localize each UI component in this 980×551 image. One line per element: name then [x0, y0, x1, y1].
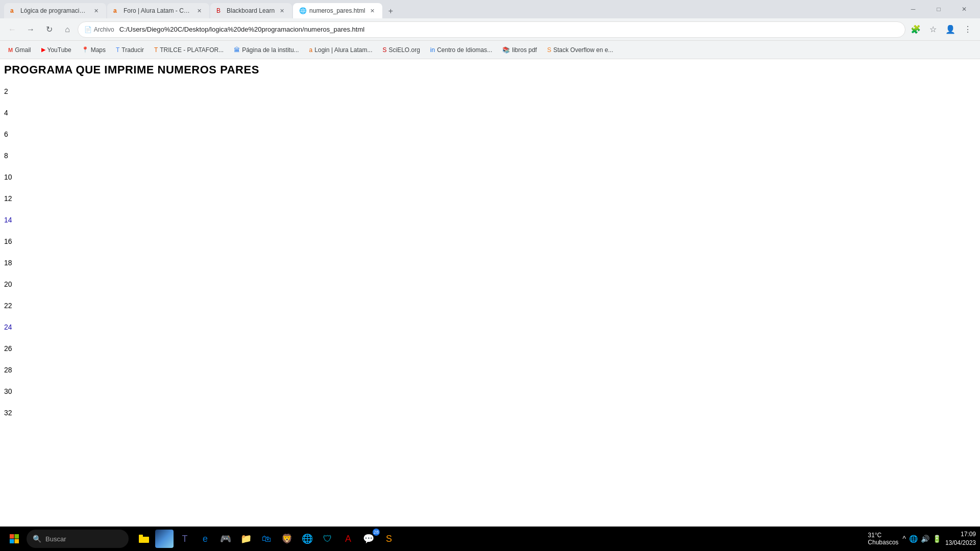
browser-window: a Lógica de programación: Conce... ✕ a F… — [0, 0, 980, 551]
home-button[interactable]: ⌂ — [59, 21, 76, 38]
taskbar-app-explorer[interactable] — [135, 530, 153, 548]
menu-button[interactable]: ⋮ — [960, 21, 976, 38]
back-button[interactable]: ← — [4, 21, 20, 38]
maximize-button[interactable]: □ — [927, 1, 950, 17]
taskbar-app-store[interactable]: 🛍 — [257, 530, 276, 548]
taskbar-app-filemanager[interactable]: 📁 — [237, 530, 255, 548]
bookmark-traducir[interactable]: T Traducir — [112, 44, 148, 56]
url-text: C:/Users/Diego%20C/Desktop/logica%20de%2… — [119, 26, 899, 33]
bookmark-gmail[interactable]: M Gmail — [4, 44, 35, 56]
even-number-8: 8 — [4, 145, 976, 166]
bookmark-centro[interactable]: in Centro de Idiomas... — [426, 44, 496, 56]
network-icon[interactable]: 🌐 — [909, 535, 918, 543]
even-number-26: 26 — [4, 338, 976, 359]
taskbar-app-teams[interactable]: T — [176, 530, 194, 548]
chrome-icon: 🌐 — [302, 533, 313, 544]
extensions-button[interactable]: 🧩 — [908, 21, 924, 38]
even-number-2: 2 — [4, 81, 976, 102]
bookmark-button[interactable]: ☆ — [925, 21, 941, 38]
taskbar-time: 17:09 — [945, 530, 976, 539]
reload-button[interactable]: ↻ — [41, 21, 57, 38]
bookmarks-bar: M Gmail ▶ YouTube 📍 Maps T Traducir T TR… — [0, 41, 980, 59]
even-number-22: 22 — [4, 295, 976, 316]
taskbar-datetime[interactable]: 17:09 13/04/2023 — [945, 530, 976, 547]
tab-close-blackboard[interactable]: ✕ — [278, 7, 286, 15]
svg-rect-1 — [15, 534, 19, 539]
taskbar-app-chrome[interactable]: 🌐 — [298, 530, 316, 548]
even-number-20: 20 — [4, 273, 976, 295]
even-number-28: 28 — [4, 359, 976, 381]
bookmark-maps[interactable]: 📍 Maps — [78, 44, 110, 56]
scielo-favicon: S — [382, 46, 386, 54]
tab-close-alura1[interactable]: ✕ — [92, 7, 100, 15]
title-bar: a Lógica de programación: Conce... ✕ a F… — [0, 0, 980, 18]
bookmark-login[interactable]: a Login | Alura Latam... — [305, 44, 377, 56]
login-favicon: a — [309, 46, 313, 54]
centro-favicon: in — [430, 46, 435, 54]
start-button[interactable] — [4, 529, 24, 549]
bookmark-centro-label: Centro de Idiomas... — [437, 46, 492, 54]
search-icon: 🔍 — [33, 535, 41, 543]
even-number-16: 16 — [4, 231, 976, 252]
tab-favicon-alura1: a — [10, 7, 17, 14]
trilce-favicon: T — [154, 46, 158, 54]
windows-logo-icon — [9, 534, 19, 544]
bookmark-youtube-label: YouTube — [47, 46, 71, 54]
taskbar-system-tray: 31°C Chubascos ^ 🌐 🔊 🔋 17:09 13/04/2023 — [868, 530, 976, 547]
weather-widget[interactable]: 31°C Chubascos — [868, 532, 898, 546]
taskbar-app-gamepass[interactable]: 🎮 — [216, 530, 235, 548]
new-tab-button[interactable]: + — [383, 4, 398, 18]
sublime-icon: S — [386, 534, 392, 544]
tab-numeros[interactable]: 🌐 numeros_pares.html ✕ — [293, 3, 382, 18]
even-number-4: 4 — [4, 102, 976, 123]
bookmark-libros[interactable]: 📚 libros pdf — [498, 44, 541, 56]
pagina-favicon: 🏛 — [234, 46, 240, 54]
address-bar[interactable]: 📄 Archivo C:/Users/Diego%20C/Desktop/log… — [78, 21, 905, 38]
even-number-6: 6 — [4, 123, 976, 145]
toolbar-actions: 🧩 ☆ 👤 ⋮ — [908, 21, 976, 38]
tab-close-numeros[interactable]: ✕ — [368, 7, 376, 15]
bookmark-trilce[interactable]: T TRILCE - PLATAFOR... — [150, 44, 228, 56]
battery-icon[interactable]: 🔋 — [933, 535, 941, 543]
navigation-toolbar: ← → ↻ ⌂ 📄 Archivo C:/Users/Diego%20C/Des… — [0, 18, 980, 41]
bookmark-trilce-label: TRILCE - PLATAFOR... — [160, 46, 224, 54]
close-button[interactable]: ✕ — [952, 1, 976, 17]
filemanager-icon: 📁 — [240, 533, 252, 544]
edge-icon: e — [203, 534, 208, 544]
tab-blackboard[interactable]: B Blackboard Learn ✕ — [210, 3, 292, 18]
bookmark-youtube[interactable]: ▶ YouTube — [37, 44, 76, 56]
window-controls: ─ □ ✕ — [901, 1, 976, 17]
store-icon: 🛍 — [262, 534, 271, 544]
forward-button[interactable]: → — [22, 21, 39, 38]
acrobat-icon: A — [345, 534, 351, 544]
tab-close-alura2[interactable]: ✕ — [195, 7, 203, 15]
even-number-18: 18 — [4, 252, 976, 273]
even-number-12: 12 — [4, 188, 976, 209]
bookmark-pagina[interactable]: 🏛 Página de la institu... — [230, 44, 303, 56]
whatsapp-icon: 💬 — [363, 533, 374, 544]
bookmark-scielo-label: SciELO.org — [388, 46, 420, 54]
taskbar-app-acrobat[interactable]: A — [339, 530, 357, 548]
taskbar-app-brave[interactable]: 🦁 — [278, 530, 296, 548]
tab-alura1[interactable]: a Lógica de programación: Conce... ✕ — [4, 3, 106, 18]
bookmark-login-label: Login | Alura Latam... — [314, 46, 372, 54]
chevron-up-icon[interactable]: ^ — [902, 535, 906, 543]
svg-rect-3 — [15, 539, 19, 544]
bookmark-stackoverflow[interactable]: S Stack Overflow en e... — [543, 44, 617, 56]
taskbar-date: 13/04/2023 — [945, 539, 976, 547]
svg-rect-5 — [139, 537, 149, 543]
taskbar-app-wallpaper[interactable] — [155, 530, 174, 548]
bookmark-scielo[interactable]: S SciELO.org — [378, 44, 424, 56]
traducir-favicon: T — [116, 46, 119, 54]
taskbar-search-box[interactable]: 🔍 Buscar — [27, 530, 129, 548]
minimize-button[interactable]: ─ — [901, 1, 925, 17]
taskbar-app-edge[interactable]: e — [196, 530, 214, 548]
tab-alura2[interactable]: a Foro | Alura Latam - Cursos onlin... ✕ — [107, 3, 209, 18]
bookmark-pagina-label: Página de la institu... — [242, 46, 299, 54]
volume-icon[interactable]: 🔊 — [921, 535, 929, 543]
taskbar-app-sublime[interactable]: S — [380, 530, 398, 548]
youtube-favicon: ▶ — [41, 46, 45, 53]
profile-button[interactable]: 👤 — [942, 21, 959, 38]
tab-title-numeros: numeros_pares.html — [309, 7, 365, 14]
taskbar-app-security[interactable]: 🛡 — [318, 530, 337, 548]
